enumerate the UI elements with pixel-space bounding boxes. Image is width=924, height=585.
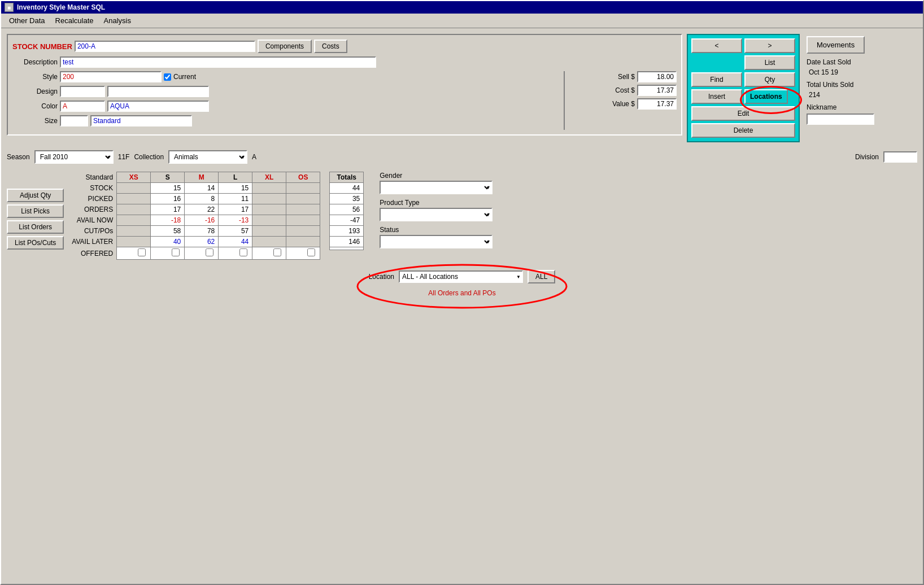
gender-select-wrapper[interactable] <box>380 181 492 194</box>
menu-other-data[interactable]: Other Data <box>5 15 50 26</box>
collection-select[interactable]: Animals <box>168 150 247 164</box>
description-label: Description <box>12 58 58 66</box>
season-select[interactable]: Fall 2010 <box>34 150 114 164</box>
offered-xs-check[interactable] <box>138 248 146 256</box>
table-row: -47 <box>330 215 364 226</box>
cell-avail-now-l: -13 <box>219 215 252 226</box>
locations-wrapper: Locations <box>744 89 795 104</box>
division-label: Division <box>855 153 879 161</box>
nickname-input[interactable] <box>807 113 874 125</box>
total-stock: 44 <box>330 183 364 194</box>
offered-os-check[interactable] <box>307 248 315 256</box>
insert-button[interactable]: Insert <box>691 89 742 104</box>
location-select-wrapper[interactable]: ALL - All Locations <box>399 270 523 283</box>
list-orders-button[interactable]: List Orders <box>7 220 64 234</box>
row-label-picked: PICKED <box>68 194 116 204</box>
division-input[interactable] <box>883 151 917 163</box>
cell-orders-s: 17 <box>151 204 185 215</box>
cell-avail-later-xs <box>117 237 151 247</box>
sell-row: Sell $ 18.00 <box>569 71 677 82</box>
cell-stock-xs <box>117 183 151 194</box>
all-button[interactable]: ALL <box>528 270 555 283</box>
product-type-select[interactable] <box>380 208 492 221</box>
title-bar: ■ Inventory Style Master SQL <box>1 1 923 14</box>
inventory-grid: Standard XS S M L XL OS STOCK <box>68 172 320 260</box>
design-input2[interactable] <box>107 86 209 97</box>
table-row: 193 <box>330 226 364 237</box>
color-name-input[interactable] <box>107 101 209 112</box>
table-row: 44 <box>330 183 364 194</box>
cell-avail-now-s: -18 <box>151 215 185 226</box>
right-side-panels: Gender Product Type <box>380 172 492 260</box>
cell-orders-os <box>286 204 320 215</box>
find-button[interactable]: Find <box>691 72 742 87</box>
location-select[interactable]: ALL - All Locations <box>399 270 523 283</box>
design-input1[interactable] <box>60 86 105 97</box>
costs-button[interactable]: Costs <box>314 40 347 53</box>
next-button[interactable]: > <box>744 38 795 53</box>
cell-orders-m: 22 <box>185 204 219 215</box>
list-button[interactable]: List <box>744 55 795 70</box>
locations-button[interactable]: Locations <box>744 89 788 104</box>
location-row: Location ALL - All Locations ALL <box>360 267 565 287</box>
style-row: Style Current <box>12 71 559 82</box>
row-label-stock: STOCK <box>68 183 116 194</box>
total-orders: 56 <box>330 204 364 215</box>
edit-button[interactable]: Edit <box>691 106 795 121</box>
current-label: Current <box>173 73 196 81</box>
cost-row: Cost $ 17.37 <box>569 85 677 96</box>
cell-picked-l: 11 <box>219 194 252 204</box>
stock-number-row: STOCK NUMBER Components Costs <box>12 40 677 53</box>
collection-label: Collection <box>134 153 164 161</box>
qty-button[interactable]: Qty <box>744 72 795 87</box>
total-units-sold-label: Total Units Sold <box>807 81 915 89</box>
season-select-wrapper[interactable]: Fall 2010 <box>34 150 114 164</box>
gender-label: Gender <box>380 172 492 180</box>
cell-avail-later-os <box>286 237 320 247</box>
size-name-input[interactable] <box>90 115 192 126</box>
size-input[interactable] <box>60 115 88 126</box>
list-picks-button[interactable]: List Picks <box>7 204 64 218</box>
offered-s-check[interactable] <box>172 248 180 256</box>
status-select[interactable] <box>380 235 492 248</box>
status-select-wrapper[interactable] <box>380 235 492 248</box>
orders-info: All Orders and All POs <box>428 289 495 297</box>
col-s: S <box>151 172 185 183</box>
style-input[interactable] <box>60 71 162 82</box>
row-label-avail-later: AVAIL LATER <box>68 237 116 247</box>
grid-wrapper: Adjust Qty List Picks List Orders List P… <box>7 172 917 260</box>
collection-select-wrapper[interactable]: Animals <box>168 150 247 164</box>
col-l: L <box>219 172 252 183</box>
menu-recalculate[interactable]: Recalculate <box>51 15 98 26</box>
movements-button[interactable]: Movements <box>807 36 865 54</box>
cell-offered-xl <box>252 247 286 260</box>
components-button[interactable]: Components <box>258 40 312 53</box>
description-input[interactable] <box>60 56 376 68</box>
totals-table: Totals 44 35 56 -47 193 146 <box>329 172 364 250</box>
offered-l-check[interactable] <box>239 248 247 256</box>
cell-cut-s: 58 <box>151 226 185 237</box>
col-xs: XS <box>117 172 151 183</box>
season-code: 11F <box>118 153 130 161</box>
gender-select[interactable] <box>380 181 492 194</box>
list-pos-cuts-button[interactable]: List POs/Cuts <box>7 236 64 250</box>
adjust-qty-button[interactable]: Adjust Qty <box>7 189 64 202</box>
main-window: ■ Inventory Style Master SQL Other Data … <box>0 0 924 585</box>
value-label: Value $ <box>601 100 635 108</box>
offered-xl-check[interactable] <box>273 248 281 256</box>
cell-avail-now-xl <box>252 215 286 226</box>
cell-picked-os <box>286 194 320 204</box>
color-input[interactable] <box>60 101 105 112</box>
current-checkbox[interactable] <box>164 73 171 81</box>
delete-button[interactable]: Delete <box>691 123 795 138</box>
cell-avail-now-xs <box>117 215 151 226</box>
product-type-select-wrapper[interactable] <box>380 208 492 221</box>
col-xl: XL <box>252 172 286 183</box>
total-avail-now: -47 <box>330 215 364 226</box>
stock-number-input[interactable] <box>75 41 255 52</box>
prev-button[interactable]: < <box>691 38 742 53</box>
offered-m-check[interactable] <box>206 248 213 256</box>
menu-analysis[interactable]: Analysis <box>99 15 136 26</box>
cell-avail-now-m: -16 <box>185 215 219 226</box>
season-row: Season Fall 2010 11F Collection Animals … <box>7 150 917 164</box>
